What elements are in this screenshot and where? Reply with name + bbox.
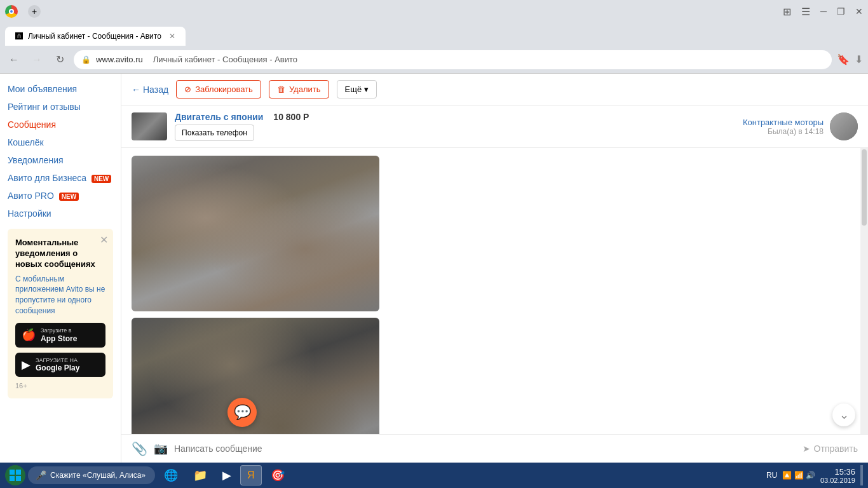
age-label: 16+: [15, 382, 105, 390]
taskbar-app2-btn[interactable]: 🎯: [264, 465, 291, 485]
ie-icon: 🌐: [164, 468, 178, 482]
more-btn[interactable]: Ещё ▾: [337, 80, 377, 98]
message-input[interactable]: [174, 444, 796, 454]
extensions-icon[interactable]: ⊞: [783, 6, 791, 18]
address-bar[interactable]: 🔒 www.avito.ru Личный кабинет - Сообщени…: [74, 50, 832, 69]
attach-btn[interactable]: 📎: [132, 441, 147, 456]
window-controls: ⊞ ☰ ─ ❐ ✕: [783, 6, 863, 18]
bookmark-icon[interactable]: 🔖: [837, 53, 850, 65]
engine-images: [132, 156, 858, 434]
svg-rect-3: [16, 476, 21, 481]
new-tab-btn[interactable]: +: [28, 5, 41, 18]
menu-icon[interactable]: ☰: [801, 6, 810, 18]
message-area: ⌄: [121, 148, 868, 434]
app2-icon: 🎯: [271, 468, 285, 482]
cortana-label: Скажите «Слушай, Алиса»: [50, 471, 146, 480]
chevron-down-icon: ▾: [364, 85, 369, 94]
taskbar-ie-btn[interactable]: 🌐: [158, 465, 184, 485]
taskbar-clock: 15:36 03.02.2019: [820, 467, 855, 484]
send-btn[interactable]: ➤ Отправить: [803, 444, 858, 454]
googleplay-text: ЗАГРУЗИТЕ НА Google Play: [36, 357, 79, 372]
sidebar-item-business[interactable]: Авито для Бизнеса NEW: [8, 173, 113, 183]
back-btn[interactable]: ← Назад: [132, 85, 168, 95]
delete-btn[interactable]: 🗑 Удалить: [269, 80, 329, 98]
forward-nav-btn[interactable]: →: [28, 51, 46, 69]
delete-label: Удалить: [289, 85, 321, 94]
taskbar-yandex-btn[interactable]: Я: [240, 465, 262, 485]
chat-toolbar: ← Назад ⊘ Заблокировать 🗑 Удалить Ещё ▾: [121, 74, 868, 105]
camera-btn[interactable]: 📷: [154, 442, 168, 456]
business-badge: NEW: [92, 175, 111, 183]
promo-close-btn[interactable]: ✕: [100, 234, 108, 246]
taskbar: 🎤 Скажите «Слушай, Алиса» 🌐 📁 ▶ Я 🎯 RU 🔼…: [0, 463, 868, 488]
show-desktop-btn[interactable]: [860, 465, 863, 485]
sidebar-item-settings[interactable]: Настройки: [8, 208, 113, 219]
scroll-down-btn[interactable]: ⌄: [832, 403, 855, 426]
back-nav-btn[interactable]: ←: [5, 51, 23, 69]
lang-label: RU: [766, 471, 777, 480]
googleplay-btn[interactable]: ▶ ЗАГРУЗИТЕ НА Google Play: [15, 353, 105, 377]
seller-status: Была(а) в 14:18: [743, 127, 824, 136]
refresh-btn[interactable]: ↻: [51, 51, 69, 69]
close-btn[interactable]: ✕: [855, 6, 863, 17]
page-content: Мои объявления Рейтинг и отзывы Сообщени…: [0, 74, 868, 463]
back-label: Назад: [143, 85, 168, 95]
minimize-btn[interactable]: ─: [820, 6, 827, 17]
chevron-down-icon: ⌄: [839, 408, 849, 422]
listing-thumbnail: [132, 112, 167, 140]
svg-rect-2: [10, 476, 15, 481]
sidebar-item-wallet[interactable]: Кошелёк: [8, 137, 113, 147]
start-btn[interactable]: [5, 465, 25, 485]
scrollbar-track[interactable]: [860, 148, 868, 434]
address-bar-row: ← → ↻ 🔒 www.avito.ru Личный кабинет - Со…: [0, 46, 868, 74]
svg-rect-1: [16, 470, 21, 475]
block-btn[interactable]: ⊘ Заблокировать: [176, 80, 261, 98]
scrollbar-thumb[interactable]: [862, 149, 867, 226]
chat-bubble-icon: 💬: [234, 404, 251, 421]
listing-title[interactable]: Двигатель с японии: [175, 112, 263, 122]
media-icon: ▶: [222, 468, 231, 482]
googleplay-icon: ▶: [22, 358, 31, 372]
microphone-icon: 🎤: [36, 470, 46, 480]
active-tab[interactable]: 🅰 Личный кабинет - Сообщения - Авито ✕: [5, 27, 186, 46]
promo-text: С мобильным приложением Avito вы не проп…: [15, 274, 105, 316]
tab-close-icon[interactable]: ✕: [169, 32, 175, 41]
download-icon[interactable]: ⬇: [855, 53, 863, 65]
taskbar-search[interactable]: 🎤 Скажите «Слушай, Алиса»: [28, 466, 155, 484]
taskbar-media-btn[interactable]: ▶: [216, 465, 238, 485]
block-label: Заблокировать: [195, 85, 253, 94]
block-icon: ⊘: [184, 85, 191, 94]
tray-icons: 🔼 📶 🔊: [782, 471, 815, 480]
listing-thumb-img: [132, 112, 167, 140]
apple-icon: 🍎: [22, 328, 36, 342]
sidebar-item-ratings[interactable]: Рейтинг и отзывы: [8, 102, 113, 112]
listing-header: Двигатель с японии 10 800 Р Показать тел…: [121, 105, 868, 148]
back-arrow-icon: ←: [132, 85, 140, 95]
appstore-btn[interactable]: 🍎 Загрузите в App Store: [15, 323, 105, 348]
promo-brand: Avito: [66, 285, 83, 294]
trash-icon: 🗑: [277, 85, 285, 94]
browser-titlebar: + ⊞ ☰ ─ ❐ ✕: [0, 0, 868, 23]
restore-btn[interactable]: ❐: [837, 6, 845, 17]
windows-icon: [9, 469, 22, 482]
tab-title: Личный кабинет - Сообщения - Авито: [28, 32, 161, 41]
taskbar-tray: RU 🔼 📶 🔊 15:36 03.02.2019: [766, 465, 863, 485]
sidebar-item-notifications[interactable]: Уведомления: [8, 155, 113, 165]
sidebar-item-messages[interactable]: Сообщения: [8, 119, 113, 130]
tab-favicon: 🅰: [15, 32, 23, 41]
taskbar-explorer-btn[interactable]: 📁: [187, 465, 214, 485]
show-phone-btn[interactable]: Показать телефон: [175, 125, 254, 141]
engine-image-1: [132, 156, 379, 311]
sidebar-item-pro[interactable]: Авито PRO NEW: [8, 191, 113, 201]
promo-title: Моментальные уведомления о новых сообщен…: [15, 238, 105, 270]
sidebar: Мои объявления Рейтинг и отзывы Сообщени…: [0, 74, 121, 463]
send-icon: ➤: [803, 444, 810, 454]
seller-name[interactable]: Контрактные моторы: [743, 118, 824, 127]
sidebar-item-my-ads[interactable]: Мои объявления: [8, 84, 113, 94]
folder-icon: 📁: [193, 468, 207, 482]
url-domain: www.avito.ru: [96, 55, 143, 64]
chat-widget[interactable]: 💬: [227, 398, 257, 427]
url-title: Личный кабинет - Сообщения - Авито: [153, 55, 297, 64]
message-scroll[interactable]: [121, 148, 868, 434]
more-label: Ещё: [345, 85, 362, 94]
